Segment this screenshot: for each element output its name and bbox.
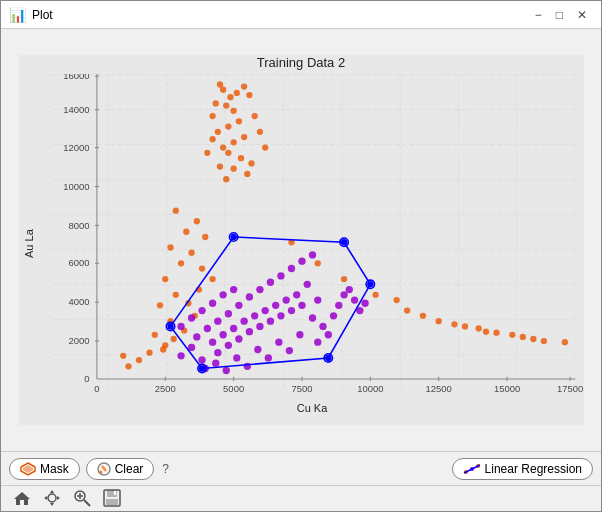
main-content: Training Data 2 Au La [1,29,601,512]
svg-point-157 [335,302,342,309]
svg-text:12500: 12500 [425,383,451,394]
svg-text:14000: 14000 [63,104,89,115]
svg-point-77 [120,353,126,359]
svg-point-126 [293,291,300,298]
svg-point-142 [235,302,242,309]
svg-point-144 [256,286,263,293]
svg-point-156 [329,312,336,319]
svg-text:10000: 10000 [357,383,383,394]
svg-point-99 [198,265,204,271]
svg-point-43 [223,102,229,108]
window-title: Plot [32,8,53,22]
svg-text:6000: 6000 [68,257,89,268]
svg-point-68 [162,276,168,282]
svg-point-51 [219,144,225,150]
svg-point-178 [367,281,373,287]
svg-point-89 [419,313,425,319]
save-icon [103,489,121,507]
svg-point-76 [125,363,131,369]
svg-point-67 [177,260,183,266]
svg-point-114 [229,325,236,332]
svg-point-168 [177,323,184,330]
svg-point-60 [204,150,210,156]
svg-point-176 [230,234,236,240]
svg-point-150 [303,281,310,288]
svg-point-153 [319,323,326,330]
svg-text:2000: 2000 [68,335,89,346]
svg-text:8000: 8000 [68,220,89,231]
clear-button[interactable]: Clear [86,458,155,480]
svg-point-92 [493,330,499,336]
svg-point-48 [214,129,220,135]
svg-text:17500: 17500 [556,383,582,394]
svg-point-56 [237,155,243,161]
clear-label: Clear [115,462,144,476]
svg-point-80 [340,276,346,282]
plot-title: Training Data 2 [19,55,584,70]
svg-point-106 [160,346,166,352]
svg-point-88 [393,297,399,303]
svg-point-118 [250,312,257,319]
svg-point-134 [264,354,271,361]
svg-text:0: 0 [94,383,99,394]
svg-point-79 [314,260,320,266]
axes-wrapper: Au La [19,74,584,414]
svg-point-190 [48,494,56,502]
maximize-button[interactable]: □ [550,6,569,24]
svg-point-46 [235,118,241,124]
svg-text:16000: 16000 [63,74,89,81]
svg-point-66 [167,244,173,250]
svg-point-143 [245,293,252,300]
svg-point-53 [256,129,262,135]
svg-point-148 [298,258,305,265]
svg-point-113 [224,342,231,349]
app-icon: 📊 [9,7,26,23]
svg-point-44 [246,92,252,98]
svg-line-196 [84,500,90,506]
svg-point-64 [172,208,178,214]
svg-point-151 [314,296,321,303]
help-text[interactable]: ? [162,462,169,476]
svg-point-162 [361,300,368,307]
home-button[interactable] [9,488,35,511]
svg-rect-201 [106,499,118,505]
minimize-button[interactable]: − [529,6,548,24]
svg-point-130 [222,367,229,374]
svg-point-42 [230,108,236,114]
svg-point-61 [230,165,236,171]
svg-marker-189 [14,492,30,505]
linear-regression-icon [463,463,481,475]
zoom-button[interactable] [69,487,95,512]
svg-point-100 [209,276,215,282]
svg-point-105 [170,336,176,342]
svg-point-40 [240,83,246,89]
save-button[interactable] [99,487,125,512]
mask-button[interactable]: Mask [9,458,80,480]
plot-container: Training Data 2 Au La [1,29,601,451]
svg-point-121 [266,317,273,324]
svg-point-179 [325,355,331,361]
svg-point-47 [225,123,231,129]
close-button[interactable]: ✕ [571,6,593,24]
svg-point-69 [172,292,178,298]
svg-text:7500: 7500 [291,383,312,394]
linear-regression-button[interactable]: Linear Regression [452,458,593,480]
clear-icon [97,462,111,476]
svg-point-127 [298,302,305,309]
svg-point-154 [314,338,321,345]
svg-point-74 [146,350,152,356]
svg-point-159 [345,286,352,293]
svg-point-112 [219,331,226,338]
svg-point-55 [225,150,231,156]
scatter-plot[interactable]: 0 2000 4000 6000 8000 1 [41,74,584,400]
svg-point-145 [266,279,273,286]
svg-point-72 [151,332,157,338]
pan-button[interactable] [39,487,65,512]
svg-point-129 [212,360,219,367]
mask-label: Mask [40,462,69,476]
svg-point-180 [198,365,204,371]
toolbar-bottom [1,485,601,512]
svg-point-163 [229,286,236,293]
svg-point-125 [287,307,294,314]
svg-point-147 [287,265,294,272]
